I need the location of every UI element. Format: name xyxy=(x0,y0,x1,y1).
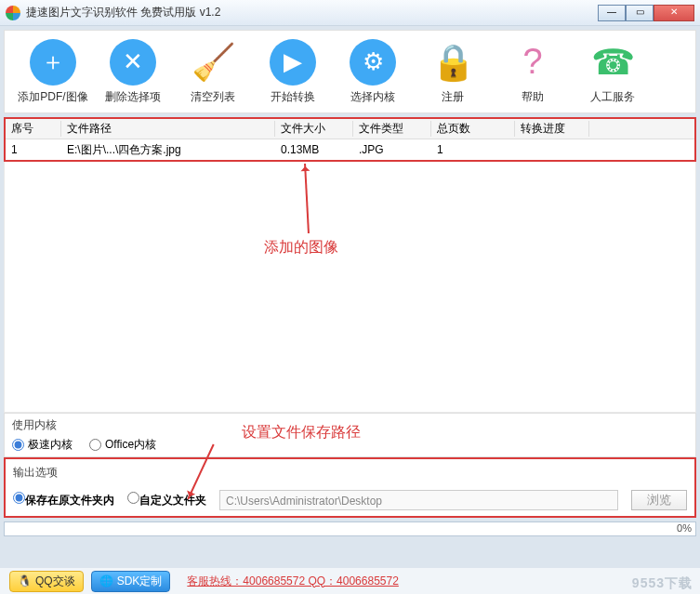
toolbar-help[interactable]: ?帮助 xyxy=(495,39,570,105)
help-icon: ? xyxy=(509,39,556,86)
titlebar: 捷速图片文字识别软件 免费试用版 v1.2 — ▭ ✕ xyxy=(0,0,700,26)
toolbar-broom[interactable]: 🧹清空列表 xyxy=(176,39,250,105)
toolbar-gear[interactable]: ⚙选择内核 xyxy=(336,39,410,105)
output-path-field[interactable]: C:\Users\Administrator\Desktop xyxy=(219,490,618,510)
plus-icon: ＋ xyxy=(30,39,76,86)
progress-percent: 0% xyxy=(677,522,692,534)
output-section: 输出选项 保存在原文件夹内 自定义文件夹 C:\Users\Administra… xyxy=(4,457,696,518)
table-empty-area xyxy=(4,162,696,413)
progress-bar: 0% xyxy=(4,521,696,536)
hotline-link[interactable]: 客服热线：4006685572 QQ：4006685572 xyxy=(187,574,398,589)
toolbar-lock[interactable]: 🔒注册 xyxy=(416,39,490,105)
col-progress: 转换进度 xyxy=(515,121,589,137)
app-icon xyxy=(6,6,20,20)
cell-size: 0.13MB xyxy=(275,143,353,156)
gear-icon: ⚙ xyxy=(350,39,396,86)
annotation-text: 设置文件保存路径 xyxy=(242,423,361,442)
col-seq: 席号 xyxy=(6,121,61,137)
cell-type: .JPG xyxy=(353,143,431,156)
qq-icon: 🐧 xyxy=(18,574,32,587)
file-table: 席号 文件路径 文件大小 文件类型 总页数 转换进度 1 E:\图片\...\四… xyxy=(4,117,696,162)
toolbar-x[interactable]: ✕删除选择项 xyxy=(96,39,170,105)
close-button[interactable]: ✕ xyxy=(654,5,694,21)
radio-office-kernel-input[interactable] xyxy=(89,439,101,451)
cell-path: E:\图片\...\四色方案.jpg xyxy=(61,142,275,158)
x-icon: ✕ xyxy=(110,39,156,86)
radio-save-original-input[interactable] xyxy=(13,492,25,504)
radio-save-original[interactable]: 保存在原文件夹内 xyxy=(13,492,114,508)
sdk-button[interactable]: 🌐 SDK定制 xyxy=(91,571,171,592)
maximize-button[interactable]: ▭ xyxy=(626,5,654,21)
phone-icon: ☎ xyxy=(589,39,636,86)
col-type: 文件类型 xyxy=(353,121,431,137)
toolbar-plus[interactable]: ＋添加PDF/图像 xyxy=(16,39,90,105)
table-header: 席号 文件路径 文件大小 文件类型 总页数 转换进度 xyxy=(6,119,694,139)
broom-icon: 🧹 xyxy=(190,39,236,86)
minimize-button[interactable]: — xyxy=(598,5,626,21)
browse-button[interactable]: 浏览 xyxy=(631,490,687,510)
qq-chat-button[interactable]: 🐧 QQ交谈 xyxy=(9,571,84,592)
col-pages: 总页数 xyxy=(431,121,515,137)
radio-office-kernel[interactable]: Office内核 xyxy=(89,437,156,453)
col-path: 文件路径 xyxy=(61,121,275,137)
globe-icon: 🌐 xyxy=(99,574,113,587)
toolbar-play[interactable]: ▶开始转换 xyxy=(256,39,330,105)
cell-seq: 1 xyxy=(6,143,61,156)
cell-pages: 1 xyxy=(431,143,515,156)
radio-custom-folder-input[interactable] xyxy=(127,492,139,504)
play-icon: ▶ xyxy=(270,39,316,86)
col-size: 文件大小 xyxy=(275,121,353,137)
site-watermark: 9553下载 xyxy=(632,575,693,592)
window-title: 捷速图片文字识别软件 免费试用版 v1.2 xyxy=(26,5,598,20)
output-title: 输出选项 xyxy=(13,465,687,481)
radio-fast-kernel[interactable]: 极速内核 xyxy=(12,437,73,453)
toolbar-phone[interactable]: ☎人工服务 xyxy=(575,39,650,105)
annotation-text: 添加的图像 xyxy=(264,238,338,257)
lock-icon: 🔒 xyxy=(429,39,476,86)
table-row[interactable]: 1 E:\图片\...\四色方案.jpg 0.13MB .JPG 1 xyxy=(6,139,694,160)
toolbar: ＋添加PDF/图像✕删除选择项🧹清空列表▶开始转换⚙选择内核🔒注册?帮助☎人工服… xyxy=(4,30,696,113)
footer: 🐧 QQ交谈 🌐 SDK定制 客服热线：4006685572 QQ：400668… xyxy=(0,568,700,594)
radio-fast-kernel-input[interactable] xyxy=(12,439,24,451)
